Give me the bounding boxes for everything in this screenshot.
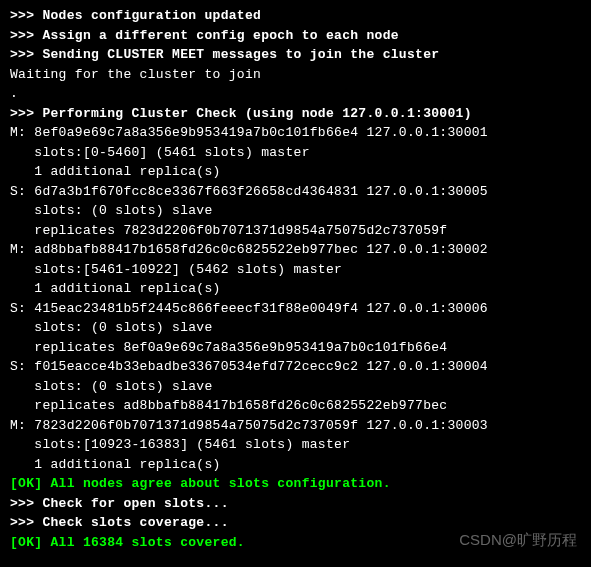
node-line: 1 additional replica(s) <box>10 455 581 475</box>
ok-line: [OK] All nodes agree about slots configu… <box>10 474 581 494</box>
node-line: S: f015eacce4b33ebadbe33670534efd772cecc… <box>10 357 581 377</box>
node-line: slots:[5461-10922] (5462 slots) master <box>10 260 581 280</box>
output-line: . <box>10 84 581 104</box>
output-line: >>> Check for open slots... <box>10 494 581 514</box>
terminal-output: >>> Nodes configuration updated >>> Assi… <box>10 6 581 552</box>
node-line: slots:[0-5460] (5461 slots) master <box>10 143 581 163</box>
node-line: replicates 8ef0a9e69c7a8a356e9b953419a7b… <box>10 338 581 358</box>
node-line: slots: (0 slots) slave <box>10 377 581 397</box>
output-line: >>> Sending CLUSTER MEET messages to joi… <box>10 45 581 65</box>
node-line: S: 6d7a3b1f670fcc8ce3367f663f26658cd4364… <box>10 182 581 202</box>
node-line: S: 415eac23481b5f2445c866feeecf31f88e004… <box>10 299 581 319</box>
node-line: 1 additional replica(s) <box>10 279 581 299</box>
node-line: replicates 7823d2206f0b7071371d9854a7507… <box>10 221 581 241</box>
output-line: >>> Performing Cluster Check (using node… <box>10 104 581 124</box>
node-line: M: 7823d2206f0b7071371d9854a75075d2c7370… <box>10 416 581 436</box>
node-line: slots: (0 slots) slave <box>10 201 581 221</box>
node-line: slots:[10923-16383] (5461 slots) master <box>10 435 581 455</box>
output-line: Waiting for the cluster to join <box>10 65 581 85</box>
watermark: CSDN@旷野历程 <box>459 529 577 552</box>
node-line: 1 additional replica(s) <box>10 162 581 182</box>
output-line: >>> Nodes configuration updated <box>10 6 581 26</box>
node-line: slots: (0 slots) slave <box>10 318 581 338</box>
node-line: replicates ad8bbafb88417b1658fd26c0c6825… <box>10 396 581 416</box>
output-line: >>> Assign a different config epoch to e… <box>10 26 581 46</box>
node-line: M: 8ef0a9e69c7a8a356e9b953419a7b0c101fb6… <box>10 123 581 143</box>
node-line: M: ad8bbafb88417b1658fd26c0c6825522eb977… <box>10 240 581 260</box>
